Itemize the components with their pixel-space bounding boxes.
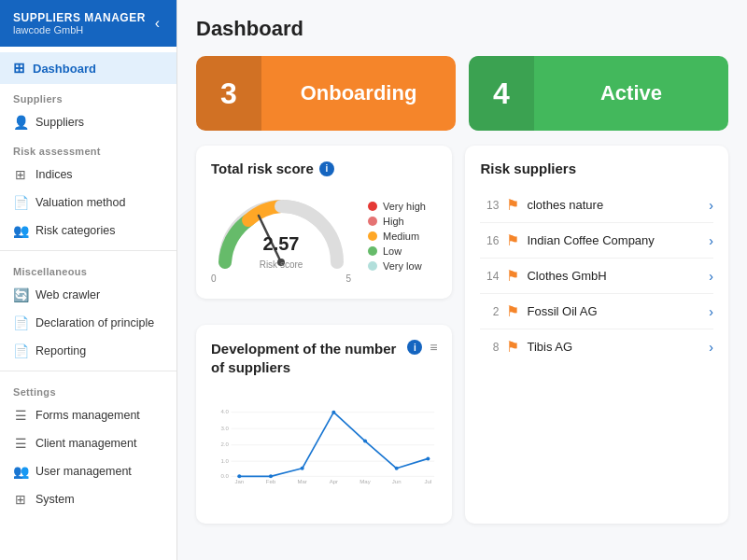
onboarding-label: Onboarding [261, 81, 456, 105]
svg-point-25 [426, 456, 430, 460]
legend-high: High [368, 216, 426, 227]
suppliers-icon: 👤 [13, 115, 28, 130]
sidebar-header: SUPPLIERS MANAGER lawcode GmbH ‹ [0, 0, 176, 47]
svg-text:Feb: Feb [266, 479, 276, 484]
risk-chevron-3: › [709, 304, 713, 319]
web-crawler-icon: 🔄 [13, 287, 28, 302]
system-label: System [35, 493, 75, 506]
svg-text:Jul: Jul [424, 479, 431, 484]
legend-dot-very-low [368, 261, 377, 271]
sidebar-company: lawcode GmbH [13, 24, 151, 35]
risk-suppliers-list: 13 ⚑ clothes nature › 16 ⚑ Indian Coffee… [480, 188, 713, 364]
sidebar-item-web-crawler[interactable]: 🔄 Web crawler [0, 281, 176, 309]
section-label-misc: Miscellaneous [0, 257, 176, 281]
svg-text:Mar: Mar [297, 479, 306, 484]
sidebar-item-dashboard[interactable]: ⊞ Dashboard [0, 52, 176, 84]
risk-item-tibis[interactable]: 8 ⚑ Tibis AG › [480, 329, 713, 364]
sidebar-item-users[interactable]: 👥 User management [0, 457, 176, 485]
section-label-suppliers: Suppliers [0, 84, 176, 108]
risk-name-3: Fossil Oil AG [527, 304, 701, 318]
reporting-icon: 📄 [13, 343, 28, 358]
risk-name-2: Clothes GmbH [527, 269, 701, 283]
legend-dot-medium [368, 231, 377, 241]
sidebar-item-system[interactable]: ⊞ System [0, 485, 176, 513]
svg-text:3.0: 3.0 [220, 426, 229, 431]
sidebar-item-risk-categories[interactable]: 👥 Risk categories [0, 217, 176, 245]
risk-item-clothes-gmbh[interactable]: 14 ⚑ Clothes GmbH › [480, 259, 713, 294]
sidebar-item-indices[interactable]: ⊞ Indices [0, 161, 176, 189]
risk-item-fossil-oil[interactable]: 2 ⚑ Fossil Oil AG › [480, 294, 713, 329]
gauge-max: 5 [345, 273, 351, 284]
forms-label: Forms management [35, 409, 140, 422]
forms-icon: ☰ [13, 408, 28, 423]
risk-name-1: Indian Coffee Company [527, 233, 701, 247]
system-icon: ⊞ [13, 492, 28, 507]
chart-svg: 4.0 3.0 2.0 1.0 0.0 Jan Feb Mar [211, 384, 437, 505]
legend-very-low: Very low [368, 260, 426, 272]
risk-suppliers-panel: Risk suppliers 13 ⚑ clothes nature › 16 … [465, 146, 728, 524]
active-number: 4 [469, 56, 534, 131]
legend-very-high: Very high [368, 201, 426, 212]
sidebar-item-client[interactable]: ☰ Client management [0, 429, 176, 457]
sidebar-app-title: SUPPLIERS MANAGER [13, 11, 151, 24]
risk-chevron-1: › [709, 233, 713, 248]
sidebar-item-forms[interactable]: ☰ Forms management [0, 401, 176, 429]
legend-medium: Medium [368, 231, 426, 242]
valuation-icon: 📄 [13, 195, 28, 210]
reporting-label: Reporting [35, 344, 86, 357]
risk-supplier-icon-4: ⚑ [506, 338, 519, 356]
divider-1 [0, 250, 176, 251]
gauge-label: 2.57 Risk score [260, 233, 303, 272]
main-content: Dashboard 3 Onboarding 4 Active Total ri… [177, 0, 747, 560]
legend-dot-high [368, 217, 377, 226]
risk-num-2: 14 [480, 270, 499, 283]
chart-menu-icon[interactable]: ≡ [430, 340, 437, 355]
page-title: Dashboard [196, 17, 728, 41]
risk-score-panel: Total risk score i [196, 146, 452, 299]
svg-text:0.0: 0.0 [220, 473, 229, 479]
risk-supplier-icon-1: ⚑ [506, 231, 519, 249]
risk-suppliers-title: Risk suppliers [480, 161, 713, 176]
sidebar-item-declaration[interactable]: 📄 Declaration of principle [0, 309, 176, 337]
svg-point-24 [395, 467, 399, 470]
risk-score-title: Total risk score i [211, 161, 437, 176]
section-label-risk: Risk assessment [0, 136, 176, 161]
svg-text:4.0: 4.0 [220, 409, 229, 414]
svg-text:1.0: 1.0 [220, 458, 229, 464]
suppliers-label: Suppliers [35, 116, 84, 129]
dashboard-icon: ⊞ [13, 60, 25, 77]
chart-panel: Development of the number of suppliers i… [196, 325, 452, 524]
risk-num-4: 8 [480, 341, 499, 354]
onboarding-card[interactable]: 3 Onboarding [196, 56, 456, 131]
risk-supplier-icon-3: ⚑ [506, 302, 519, 320]
risk-item-indian-coffee[interactable]: 16 ⚑ Indian Coffee Company › [480, 223, 713, 259]
chart-info-icon[interactable]: i [407, 340, 422, 355]
onboarding-number: 3 [196, 56, 261, 131]
svg-text:May: May [359, 479, 371, 484]
sidebar-item-reporting[interactable]: 📄 Reporting [0, 337, 176, 365]
risk-item-clothes-nature[interactable]: 13 ⚑ clothes nature › [480, 188, 713, 223]
gauge-minmax: 0 5 [211, 273, 351, 284]
sidebar-collapse-button[interactable]: ‹ [151, 15, 163, 32]
svg-point-22 [331, 411, 335, 414]
svg-point-20 [269, 474, 273, 478]
gauge-value: 2.57 [260, 233, 303, 255]
gauge-sublabel: Risk score [260, 259, 303, 270]
svg-point-19 [237, 474, 241, 478]
sidebar-item-valuation-method[interactable]: 📄 Valuation method [0, 189, 176, 217]
client-label: Client management [35, 437, 136, 450]
top-cards: 3 Onboarding 4 Active [196, 56, 728, 131]
chart-header: Development of the number of suppliers i… [211, 340, 437, 376]
sidebar-item-suppliers[interactable]: 👤 Suppliers [0, 108, 176, 136]
active-card[interactable]: 4 Active [469, 56, 728, 131]
risk-supplier-icon-2: ⚑ [506, 267, 519, 285]
risk-num-3: 2 [480, 305, 499, 318]
legend-low: Low [368, 245, 426, 257]
declaration-icon: 📄 [13, 315, 28, 330]
risk-score-info-icon[interactable]: i [319, 161, 334, 176]
sidebar-nav: ⊞ Dashboard Suppliers 👤 Suppliers Risk a… [0, 47, 176, 519]
svg-point-21 [301, 467, 304, 470]
chart-title: Development of the number of suppliers [211, 340, 407, 376]
sidebar: SUPPLIERS MANAGER lawcode GmbH ‹ ⊞ Dashb… [0, 0, 177, 560]
svg-text:Jun: Jun [392, 479, 402, 484]
